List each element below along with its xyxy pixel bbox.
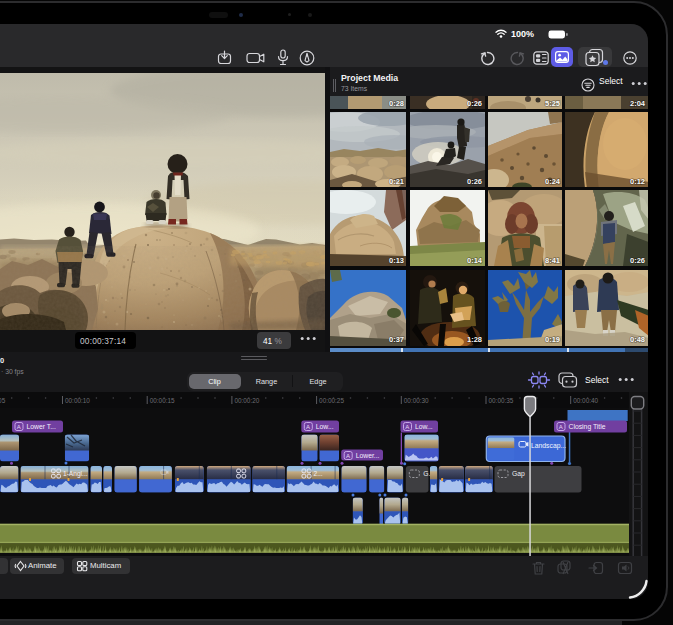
svg-text:0:19: 0:19 — [544, 335, 559, 344]
svg-text:1-Angl...: 1-Angl... — [63, 470, 88, 478]
svg-text:00:00:20: 00:00:20 — [234, 397, 259, 404]
svg-text:0:12: 0:12 — [630, 177, 645, 186]
svg-text:2...: 2... — [314, 470, 323, 477]
svg-text:0:48: 0:48 — [630, 335, 645, 344]
svg-text:2:04: 2:04 — [630, 99, 646, 108]
svg-text:Landscap...: Landscap... — [531, 442, 566, 450]
svg-text:Lower...: Lower... — [356, 452, 380, 459]
svg-text:Closing Title: Closing Title — [569, 423, 606, 431]
svg-text:0:24: 0:24 — [544, 177, 560, 186]
svg-text:00:00:05: 00:00:05 — [0, 397, 6, 404]
svg-text:A: A — [346, 453, 350, 459]
svg-text:00:00:15: 00:00:15 — [150, 397, 175, 404]
svg-text:00:00:35: 00:00:35 — [489, 397, 514, 404]
svg-text:Gap: Gap — [512, 470, 525, 478]
svg-text:Low...: Low... — [316, 423, 334, 430]
svg-text:A: A — [559, 424, 563, 430]
svg-text:0:13: 0:13 — [389, 256, 404, 265]
svg-text:0:26: 0:26 — [630, 256, 645, 265]
svg-text:0:28: 0:28 — [389, 99, 404, 108]
svg-text:0:21: 0:21 — [389, 177, 404, 186]
svg-text:5:25: 5:25 — [544, 99, 559, 108]
svg-text:Lower T...: Lower T... — [27, 423, 56, 430]
svg-text:A: A — [17, 424, 21, 430]
svg-text:A: A — [306, 424, 310, 430]
svg-text:8:41: 8:41 — [544, 256, 559, 265]
svg-text:1:28: 1:28 — [467, 335, 482, 344]
svg-text:00:00:30: 00:00:30 — [404, 397, 429, 404]
svg-text:0:14: 0:14 — [467, 256, 483, 265]
svg-text:00:00:25: 00:00:25 — [319, 397, 344, 404]
svg-text:00:00:40: 00:00:40 — [573, 397, 598, 404]
svg-text:0:26: 0:26 — [467, 177, 482, 186]
svg-text:00:00:10: 00:00:10 — [65, 397, 90, 404]
svg-text:0:37: 0:37 — [389, 335, 404, 344]
svg-text:A: A — [405, 424, 409, 430]
svg-text:0:26: 0:26 — [467, 99, 482, 108]
svg-text:Low...: Low... — [415, 423, 433, 430]
